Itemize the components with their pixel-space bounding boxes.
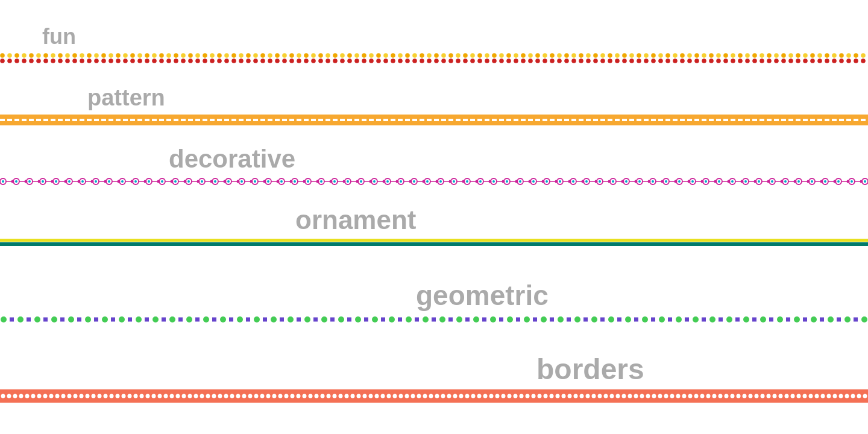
svg-point-7 xyxy=(51,53,55,58)
svg-point-170 xyxy=(362,58,366,63)
svg-point-0 xyxy=(0,53,5,58)
svg-point-536 xyxy=(153,316,159,322)
svg-point-608 xyxy=(760,316,766,322)
svg-point-172 xyxy=(376,58,381,63)
svg-point-491 xyxy=(824,180,826,183)
svg-point-192 xyxy=(521,58,526,63)
svg-point-178 xyxy=(420,58,424,63)
svg-point-55 xyxy=(398,53,403,58)
svg-point-548 xyxy=(254,316,260,322)
svg-point-72 xyxy=(521,53,526,58)
svg-point-568 xyxy=(423,316,429,322)
svg-point-37 xyxy=(268,53,272,58)
svg-point-146 xyxy=(188,58,193,63)
label-ornament: ornament xyxy=(0,199,868,239)
svg-point-251 xyxy=(28,180,31,183)
svg-point-166 xyxy=(333,58,338,63)
svg-rect-607 xyxy=(752,318,756,322)
svg-point-319 xyxy=(254,180,256,183)
svg-point-202 xyxy=(593,58,598,63)
svg-point-111 xyxy=(803,53,808,58)
svg-point-53 xyxy=(383,53,388,58)
svg-point-439 xyxy=(652,180,654,183)
svg-point-74 xyxy=(535,53,540,58)
svg-point-447 xyxy=(678,180,681,183)
svg-point-22 xyxy=(159,53,164,58)
svg-point-97 xyxy=(702,53,706,58)
svg-point-195 xyxy=(542,58,547,63)
svg-point-6 xyxy=(43,53,48,58)
svg-point-503 xyxy=(864,180,866,183)
svg-point-81 xyxy=(586,53,591,58)
svg-point-233 xyxy=(817,58,822,63)
svg-point-203 xyxy=(600,58,605,63)
svg-point-303 xyxy=(201,180,203,183)
svg-rect-605 xyxy=(735,318,740,322)
svg-point-574 xyxy=(473,316,479,322)
svg-point-54 xyxy=(391,53,395,58)
svg-point-8 xyxy=(58,53,63,58)
svg-point-159 xyxy=(282,58,287,63)
svg-point-367 xyxy=(413,180,415,183)
svg-point-42 xyxy=(304,53,309,58)
svg-point-552 xyxy=(288,316,294,322)
svg-point-323 xyxy=(267,180,269,183)
svg-point-584 xyxy=(558,316,564,322)
svg-point-528 xyxy=(85,316,91,322)
svg-point-38 xyxy=(275,53,280,58)
svg-point-471 xyxy=(758,180,760,183)
svg-point-359 xyxy=(386,180,389,183)
svg-rect-561 xyxy=(364,318,368,322)
svg-point-283 xyxy=(134,180,137,183)
svg-point-179 xyxy=(427,58,432,63)
svg-point-121 xyxy=(7,58,12,63)
svg-rect-525 xyxy=(60,318,64,322)
svg-point-152 xyxy=(231,58,236,63)
svg-point-546 xyxy=(237,316,243,322)
svg-point-530 xyxy=(102,316,108,322)
svg-point-119 xyxy=(861,53,866,58)
svg-point-20 xyxy=(145,53,149,58)
svg-point-556 xyxy=(321,316,327,322)
svg-point-133 xyxy=(94,58,99,63)
label-geometric: geometric xyxy=(0,273,868,315)
svg-point-124 xyxy=(29,58,34,63)
svg-point-47 xyxy=(340,53,345,58)
svg-point-243 xyxy=(2,180,4,183)
svg-point-50 xyxy=(362,53,366,58)
svg-point-167 xyxy=(340,58,345,63)
svg-point-103 xyxy=(745,53,750,58)
svg-rect-569 xyxy=(432,318,436,322)
svg-point-538 xyxy=(169,316,175,322)
svg-point-594 xyxy=(642,316,648,322)
svg-point-347 xyxy=(347,180,349,183)
svg-rect-531 xyxy=(111,318,115,322)
svg-point-29 xyxy=(210,53,215,58)
svg-point-532 xyxy=(119,316,125,322)
svg-point-606 xyxy=(743,316,749,322)
svg-point-100 xyxy=(723,53,728,58)
svg-point-130 xyxy=(72,58,77,63)
svg-point-14 xyxy=(101,53,106,58)
svg-point-234 xyxy=(825,58,829,63)
svg-point-223 xyxy=(745,58,750,63)
svg-point-379 xyxy=(453,180,455,183)
svg-point-419 xyxy=(585,180,588,183)
svg-point-12 xyxy=(87,53,92,58)
section-geometric: geometric xyxy=(0,273,868,324)
svg-point-9 xyxy=(65,53,70,58)
svg-point-222 xyxy=(738,58,743,63)
svg-point-10 xyxy=(72,53,77,58)
svg-point-28 xyxy=(203,53,207,58)
svg-point-399 xyxy=(519,180,521,183)
svg-point-1 xyxy=(7,53,12,58)
svg-point-52 xyxy=(376,53,381,58)
svg-rect-559 xyxy=(347,318,351,322)
svg-rect-567 xyxy=(415,318,419,322)
svg-point-204 xyxy=(608,58,612,63)
svg-point-148 xyxy=(203,58,207,63)
svg-rect-555 xyxy=(313,318,318,322)
svg-point-30 xyxy=(217,53,222,58)
svg-rect-623 xyxy=(0,389,868,403)
svg-point-232 xyxy=(810,58,815,63)
